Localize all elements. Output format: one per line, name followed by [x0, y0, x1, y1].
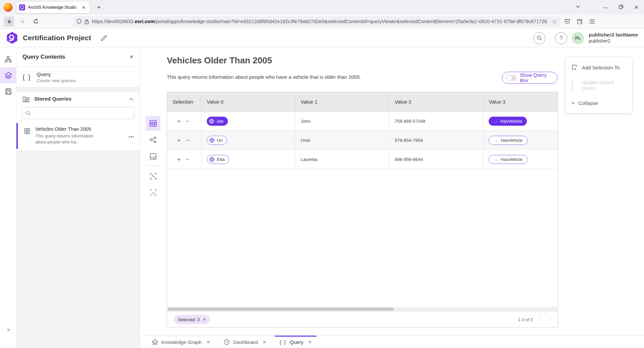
- panel-close-icon[interactable]: ✕: [129, 54, 134, 60]
- relationship-pill[interactable]: →HasVehicle: [489, 136, 528, 145]
- toggle-label: Show Query Box: [520, 72, 553, 83]
- lock-icon[interactable]: [85, 19, 89, 24]
- arrow-right-icon: →: [494, 138, 498, 143]
- bookmark-star-icon[interactable]: ☆: [552, 18, 557, 25]
- cell-phone: 578-654-7854: [389, 131, 483, 150]
- stored-queries-search[interactable]: [22, 107, 134, 119]
- query-contents-panel: Query Contents ✕ { } Query Create new qu…: [16, 47, 140, 336]
- add-to-map-icon: [150, 189, 157, 196]
- new-tab-button[interactable]: +: [94, 4, 103, 11]
- tab-knowledge-graph[interactable]: Knowledge Graph ✕: [145, 336, 217, 348]
- user-username: publisher2: [589, 38, 638, 44]
- cell-phone: 846-956-8644: [389, 150, 483, 169]
- tab-list-chevron-icon[interactable]: [576, 4, 580, 9]
- search-input[interactable]: [33, 110, 131, 116]
- add-to-map-button[interactable]: [146, 185, 160, 200]
- back-button[interactable]: [4, 16, 14, 26]
- rail-item-hierarchy[interactable]: [0, 51, 16, 67]
- cell-name: John: [295, 112, 389, 130]
- menu-item-collapse[interactable]: » Collapse: [565, 96, 632, 110]
- browser-tab[interactable]: ArcGIS Knowledge Studio ✕: [16, 2, 90, 13]
- user-avatar[interactable]: PL: [572, 32, 584, 44]
- menu-hamburger-icon[interactable]: [589, 19, 595, 24]
- forward-button[interactable]: [17, 16, 28, 26]
- expand-rail-button[interactable]: »: [0, 326, 16, 333]
- scrollbar-thumb[interactable]: [167, 307, 394, 311]
- remove-selection-icon[interactable]: −: [186, 137, 189, 143]
- tab-close-icon[interactable]: ✕: [262, 340, 266, 345]
- column-header-value2[interactable]: Value 2: [389, 92, 483, 111]
- app-header: Certification Project ? PL publisher2 la…: [0, 29, 644, 47]
- pocket-icon[interactable]: [564, 19, 570, 24]
- relationship-pill[interactable]: →HasVehicle: [489, 117, 527, 126]
- panel-title: Query Contents: [22, 54, 129, 60]
- user-info[interactable]: publisher2 lastName publisher2: [589, 32, 638, 44]
- tab-close-icon[interactable]: ✕: [81, 4, 87, 11]
- tab-close-icon[interactable]: ✕: [308, 340, 312, 345]
- horizontal-scrollbar[interactable]: [167, 307, 557, 311]
- add-selection-icon[interactable]: +: [177, 118, 181, 124]
- stored-query-title: Vehicles Older Than 2005: [35, 126, 102, 132]
- browser-url-bar: https://dev0028833.esri.com/portal/apps/…: [0, 14, 644, 29]
- stored-query-item[interactable]: Vehicles Older Than 2005 This query retu…: [16, 123, 140, 149]
- browser-tab-bar: ArcGIS Knowledge Studio ✕ + — ✕: [0, 0, 644, 14]
- query-create-item[interactable]: { } Query Create new queries: [16, 67, 140, 88]
- arrow-right-icon: →: [493, 119, 498, 124]
- window-restore-button[interactable]: [613, 5, 629, 10]
- folder-icon: [22, 96, 30, 102]
- rail-item-layers[interactable]: [0, 67, 16, 83]
- relationship-pill[interactable]: →HasVehicle: [489, 155, 528, 164]
- address-bar-input[interactable]: https://dev0028833.esri.com/portal/apps/…: [73, 16, 560, 27]
- shield-icon[interactable]: [77, 19, 82, 24]
- column-header-value1[interactable]: Value 1: [295, 92, 389, 111]
- bottom-rail-continuation: [0, 336, 16, 348]
- extensions-puzzle-icon[interactable]: [577, 19, 583, 24]
- selected-count-chip[interactable]: Selected: 3 ✕: [174, 315, 210, 324]
- knowledge-graph-icon: [152, 339, 158, 345]
- next-page-icon[interactable]: ›: [549, 316, 551, 323]
- edit-title-pencil-icon[interactable]: [101, 35, 107, 41]
- add-to-link-chart-button[interactable]: [146, 169, 160, 183]
- clear-selection-icon[interactable]: ✕: [203, 317, 206, 322]
- chevron-up-icon[interactable]: [129, 98, 134, 101]
- reload-button[interactable]: [31, 16, 41, 26]
- add-selection-icon[interactable]: +: [177, 137, 181, 143]
- map-view-button[interactable]: [146, 149, 160, 164]
- link-chart-view-button[interactable]: [146, 132, 160, 147]
- item-options-ellipsis-icon[interactable]: •••: [129, 134, 134, 139]
- entity-pill[interactable]: Joe: [207, 117, 228, 126]
- table-footer: Selected: 3 ✕ 1-3 of 3 ‹ ›: [167, 311, 558, 327]
- page-description: This query returns information about peo…: [167, 74, 361, 80]
- tab-close-icon[interactable]: ✕: [206, 340, 210, 345]
- braces-icon: { }: [22, 73, 31, 81]
- firefox-icon[interactable]: [4, 3, 12, 12]
- column-header-value3[interactable]: Value 3: [483, 92, 558, 111]
- table-view-button[interactable]: [146, 116, 160, 131]
- table-row[interactable]: + − Etta Lauretta 846-956-8644 →HasVehic…: [167, 150, 558, 169]
- column-header-selection[interactable]: Selection: [167, 92, 201, 111]
- stored-queries-header[interactable]: Stored Queries: [16, 92, 140, 106]
- add-selection-icon[interactable]: +: [177, 157, 181, 162]
- toggle-switch[interactable]: [506, 75, 517, 81]
- column-header-value0[interactable]: Value 0: [201, 92, 295, 111]
- window-close-button[interactable]: ✕: [629, 5, 644, 10]
- rail-item-save[interactable]: [0, 83, 16, 100]
- page-title: Vehicles Older Than 2005: [167, 55, 272, 66]
- entity-pill[interactable]: Uri: [207, 136, 227, 145]
- tab-dashboard[interactable]: Dashboard ✕: [217, 336, 273, 348]
- menu-item-add-selection-to[interactable]: Add Selection To: [565, 60, 632, 75]
- remove-selection-icon[interactable]: −: [186, 157, 189, 162]
- toolbar-divider: [147, 165, 160, 166]
- search-button[interactable]: [533, 32, 545, 44]
- table-row[interactable]: + − Joe John 759-889-57168 →HasVehicle: [167, 112, 558, 131]
- help-button[interactable]: ?: [555, 32, 567, 44]
- previous-page-icon[interactable]: ‹: [540, 316, 542, 323]
- remove-selection-icon[interactable]: −: [186, 118, 189, 124]
- table-row[interactable]: + − Uri Uriel 578-654-7854 →HasVehicle: [167, 131, 558, 150]
- view-toolbar: [146, 116, 161, 201]
- add-to-link-chart-icon: [150, 173, 157, 180]
- window-minimize-button[interactable]: —: [598, 5, 613, 10]
- entity-pill[interactable]: Etta: [207, 155, 229, 164]
- show-query-box-toggle[interactable]: Show Query Box: [502, 72, 557, 84]
- tab-query[interactable]: { } Query ✕: [273, 336, 318, 348]
